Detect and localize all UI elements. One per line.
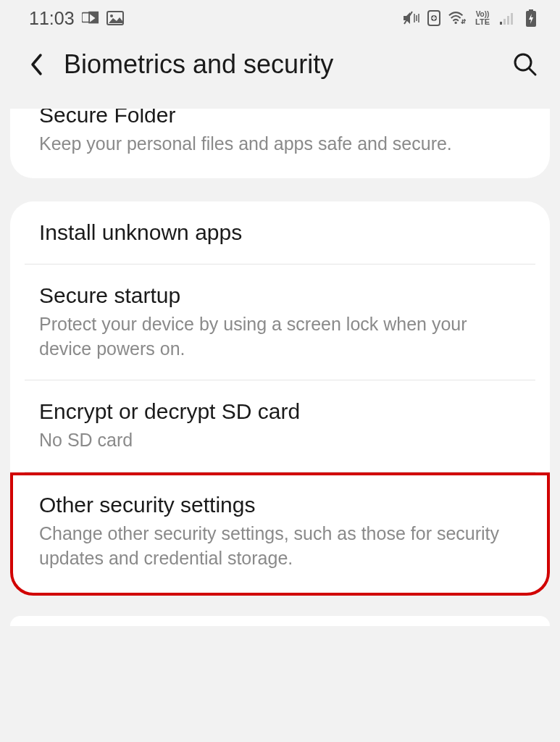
setting-item-secure-startup[interactable]: Secure startup Protect your device by us… xyxy=(10,264,550,380)
signal-icon xyxy=(499,10,517,26)
svg-line-18 xyxy=(530,69,535,75)
data-saver-icon xyxy=(425,10,443,26)
setting-title: Secure Folder xyxy=(39,109,521,128)
battery-charging-icon xyxy=(522,10,540,26)
svg-rect-14 xyxy=(511,13,513,25)
setting-item-other-security[interactable]: Other security settings Change other sec… xyxy=(13,475,547,593)
svg-point-17 xyxy=(515,54,531,70)
gallery-icon xyxy=(106,10,124,26)
chevron-left-icon xyxy=(29,52,43,77)
status-time: 11:03 xyxy=(29,8,75,29)
setting-item-encrypt-sd-card[interactable]: Encrypt or decrypt SD card No SD card xyxy=(10,380,550,472)
outlook-icon xyxy=(82,10,99,26)
svg-rect-13 xyxy=(507,16,509,25)
status-right: Vo))LTE xyxy=(402,10,540,26)
setting-item-secure-folder[interactable]: Secure Folder Keep your personal files a… xyxy=(10,109,550,178)
setting-item-install-unknown-apps[interactable]: Install unknown apps xyxy=(10,201,550,264)
highlighted-setting: Other security settings Change other sec… xyxy=(10,472,550,596)
next-card-peek xyxy=(10,616,550,626)
back-button[interactable] xyxy=(23,51,49,78)
svg-rect-12 xyxy=(503,19,506,25)
app-header: Biometrics and security xyxy=(0,35,560,109)
svg-rect-11 xyxy=(500,22,502,25)
setting-desc: Protect your device by using a screen lo… xyxy=(39,312,521,362)
settings-card: Install unknown apps Secure startup Prot… xyxy=(10,201,550,472)
setting-desc: No SD card xyxy=(39,428,521,453)
status-left: 11:03 xyxy=(29,8,124,29)
setting-title: Secure startup xyxy=(39,283,521,308)
setting-title: Install unknown apps xyxy=(39,220,521,245)
wifi-icon xyxy=(448,10,466,26)
mute-vibrate-icon xyxy=(402,10,419,26)
search-button[interactable] xyxy=(511,50,540,79)
svg-point-3 xyxy=(110,14,113,17)
svg-point-10 xyxy=(454,22,456,24)
status-bar: 11:03 Vo))LTE xyxy=(0,0,560,35)
page-title: Biometrics and security xyxy=(64,49,496,80)
setting-desc: Keep your personal files and apps safe a… xyxy=(39,132,521,157)
setting-desc: Change other security settings, such as … xyxy=(39,522,521,571)
setting-title: Encrypt or decrypt SD card xyxy=(39,399,521,424)
search-icon xyxy=(513,52,538,77)
volte-icon: Vo))LTE xyxy=(472,10,493,26)
setting-title: Other security settings xyxy=(39,493,521,517)
